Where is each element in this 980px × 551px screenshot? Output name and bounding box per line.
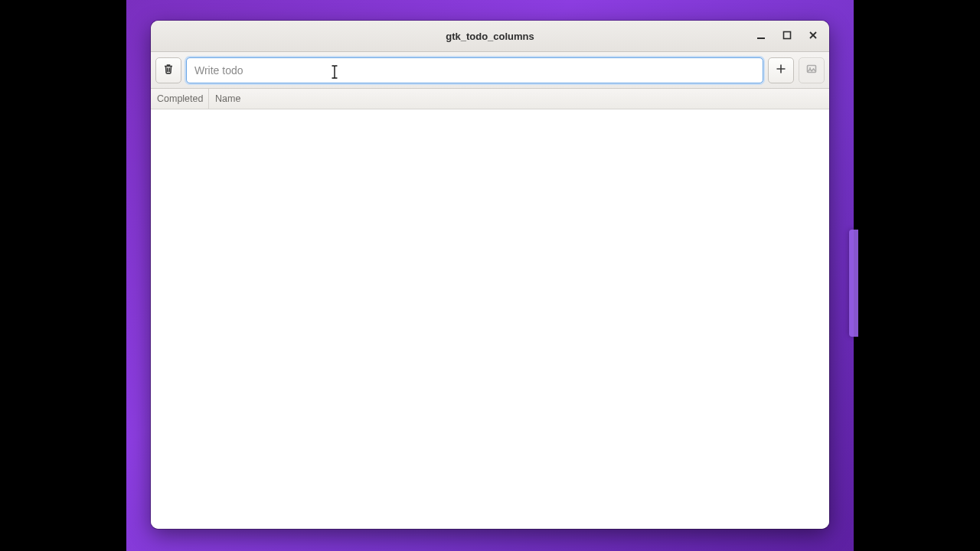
column-completed[interactable]: Completed bbox=[151, 89, 209, 109]
window-controls bbox=[750, 21, 825, 51]
delete-button[interactable] bbox=[155, 57, 181, 83]
screen: gtk_todo_columns bbox=[0, 0, 980, 551]
minimize-button[interactable] bbox=[750, 25, 773, 47]
minimize-icon bbox=[756, 30, 766, 43]
desktop-side-tab bbox=[849, 230, 858, 337]
column-headers: Completed Name bbox=[151, 89, 829, 109]
close-button[interactable] bbox=[802, 25, 825, 47]
column-name-label: Name bbox=[215, 93, 240, 104]
app-window: gtk_todo_columns bbox=[151, 21, 829, 529]
window-title: gtk_todo_columns bbox=[446, 31, 534, 42]
todo-input[interactable] bbox=[186, 57, 763, 83]
image-icon bbox=[805, 63, 818, 78]
plus-icon bbox=[775, 63, 787, 78]
trash-icon bbox=[162, 63, 175, 78]
maximize-icon bbox=[782, 30, 792, 43]
toolbar bbox=[151, 52, 829, 89]
titlebar[interactable]: gtk_todo_columns bbox=[151, 21, 829, 52]
add-button[interactable] bbox=[768, 57, 794, 83]
maximize-button[interactable] bbox=[776, 25, 799, 47]
export-button[interactable] bbox=[799, 57, 825, 83]
column-name[interactable]: Name bbox=[209, 89, 829, 109]
svg-rect-1 bbox=[784, 31, 791, 38]
column-completed-label: Completed bbox=[157, 93, 203, 104]
close-icon bbox=[808, 30, 818, 43]
todo-list-area bbox=[151, 109, 829, 529]
